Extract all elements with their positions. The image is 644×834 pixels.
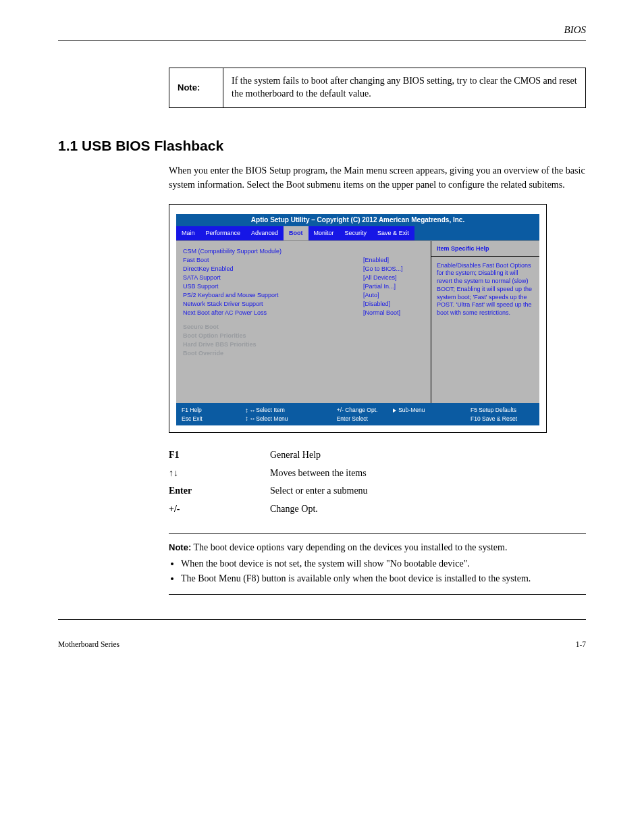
section-heading: 1.1 USB BIOS Flashback bbox=[58, 138, 586, 154]
intro-text: When you enter the BIOS Setup program, t… bbox=[169, 163, 586, 192]
footer-page-number: 1-7 bbox=[576, 640, 586, 648]
note-label: Note: bbox=[169, 68, 223, 108]
bios-item[interactable]: Network Stack Driver Support[Disabled] bbox=[183, 301, 424, 307]
bios-main-panel: CSM (Compatibility Support Module) Fast … bbox=[176, 241, 431, 403]
legend-desc: Select or enter a submenu bbox=[270, 482, 586, 500]
bios-key-select-item: Select Item bbox=[256, 407, 285, 413]
bios-tab-main[interactable]: Main bbox=[176, 226, 200, 240]
legend-desc: General Help bbox=[270, 446, 586, 465]
header-title: BIOS bbox=[564, 24, 587, 36]
note-table: Note: If the system fails to boot after … bbox=[169, 68, 586, 108]
bios-side-help-text: Enable/Disables Fast Boot Options for th… bbox=[431, 257, 539, 403]
bios-item[interactable]: SATA Support[All Devices] bbox=[183, 274, 424, 281]
bios-key-enter: Enter Select bbox=[337, 415, 394, 423]
legend-desc: Moves between the items bbox=[270, 465, 586, 483]
legend-key: F1 bbox=[169, 446, 270, 465]
bios-side-panel: Item Specific Help Enable/Disables Fast … bbox=[431, 241, 539, 403]
bios-screenshot-frame: Aptio Setup Utility – Copyright (C) 2012… bbox=[169, 204, 547, 434]
bios-tab-boot[interactable]: Boot bbox=[284, 226, 308, 240]
bios-title-bar: Aptio Setup Utility – Copyright (C) 2012… bbox=[176, 214, 539, 226]
bios-key-f10: F10 Save & Reset bbox=[471, 415, 534, 423]
note2-bullet: When the boot device is not set, the sys… bbox=[181, 557, 586, 571]
note2-label: Note: bbox=[169, 542, 191, 552]
bios-submenu-item[interactable]: Hard Drive BBS Priorities bbox=[183, 341, 424, 348]
bios-tab-security[interactable]: Security bbox=[340, 226, 373, 240]
bios-item[interactable]: USB Support[Partial In...] bbox=[183, 283, 424, 290]
bios-key-f1: F1 Help bbox=[182, 406, 245, 415]
bios-key-change-opt: +/- Change Opt. bbox=[337, 406, 394, 415]
bios-item[interactable]: DirectKey Enabled[Go to BIOS...] bbox=[183, 265, 424, 272]
bios-item[interactable]: CSM (Compatibility Support Module) bbox=[183, 248, 424, 255]
bios-tab-performance[interactable]: Performance bbox=[200, 226, 246, 240]
page-header: BIOS bbox=[58, 0, 586, 41]
page-footer: Motherboard Series 1-7 bbox=[58, 640, 586, 648]
legend-key: ↑↓ bbox=[169, 465, 270, 483]
bios-key-esc: Esc Exit bbox=[182, 415, 245, 423]
bios-key-submenu: Sub-Menu bbox=[398, 407, 425, 413]
bios-submenu-item[interactable]: Secure Boot bbox=[183, 323, 424, 330]
bios-screen: Aptio Setup Utility – Copyright (C) 2012… bbox=[176, 214, 539, 426]
bios-item[interactable]: PS/2 Keyboard and Mouse Support[Auto] bbox=[183, 292, 424, 298]
note-block: Note: The boot device options vary depen… bbox=[169, 533, 586, 595]
bios-side-title: Item Specific Help bbox=[431, 241, 539, 257]
legend-desc: Change Opt. bbox=[270, 500, 586, 519]
bios-tab-monitor[interactable]: Monitor bbox=[308, 226, 340, 240]
footer-left: Motherboard Series bbox=[58, 640, 119, 648]
note-text: If the system fails to boot after changi… bbox=[223, 68, 586, 108]
bios-tab-advanced[interactable]: Advanced bbox=[246, 226, 284, 240]
bios-body: CSM (Compatibility Support Module) Fast … bbox=[176, 240, 539, 403]
legend-key: Enter bbox=[169, 482, 270, 500]
bios-item[interactable]: Fast Boot[Enabled] bbox=[183, 257, 424, 263]
triangle-right-icon bbox=[393, 409, 396, 413]
bios-submenu-item[interactable]: Boot Option Priorities bbox=[183, 332, 424, 339]
bios-footer: F1 Help Esc Exit Select Item Select Menu… bbox=[176, 403, 539, 426]
bios-tab-save-exit[interactable]: Save & Exit bbox=[372, 226, 414, 240]
arrow-keys-icon bbox=[245, 415, 254, 423]
bios-key-f5: F5 Setup Defaults bbox=[471, 406, 534, 415]
bios-submenu-item[interactable]: Boot Override bbox=[183, 350, 424, 357]
intro-paragraph: When you enter the BIOS Setup program, t… bbox=[169, 163, 586, 192]
bios-key-select-menu: Select Menu bbox=[256, 415, 288, 422]
note2-intro: The boot device options vary depending o… bbox=[193, 542, 507, 552]
bios-tab-bar: Main Performance Advanced Boot Monitor S… bbox=[176, 226, 539, 240]
bios-item[interactable]: Next Boot after AC Power Loss[Normal Boo… bbox=[183, 309, 424, 316]
legend-key: +/- bbox=[169, 500, 270, 519]
note2-bullet: The Boot Menu (F8) button is available o… bbox=[181, 572, 586, 585]
key-legend: F1General Help ↑↓Moves between the items… bbox=[169, 446, 586, 518]
